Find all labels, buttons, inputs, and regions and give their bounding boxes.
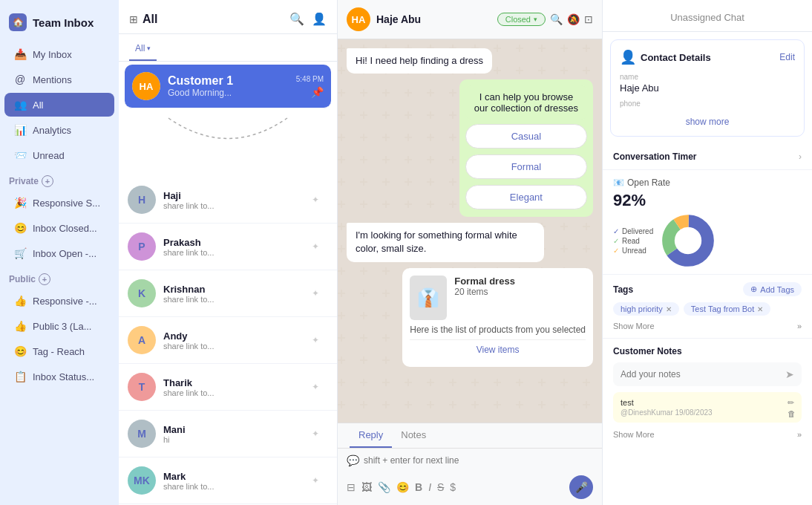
chat-item-time: 5:48 PM — [296, 75, 324, 83]
contact-show-more[interactable]: show more — [620, 114, 795, 127]
sidebar-item-label: Public 3 (La... — [33, 321, 92, 332]
star-icon: ✦ — [312, 241, 319, 252]
avatar-prakash: P — [128, 232, 156, 261]
more-icon[interactable]: ⊡ — [584, 13, 593, 25]
bold-icon[interactable]: B — [415, 481, 422, 493]
public-add-button[interactable]: + — [39, 273, 50, 285]
tag-high-priority: high priority ✕ — [613, 302, 679, 316]
chat-item-prakash[interactable]: P Prakash share link to... ✦ — [119, 224, 337, 270]
chat-item-content: Customer 1 Good Morning... — [168, 74, 289, 98]
add-tags-button[interactable]: ⊕ Add Tags — [743, 282, 802, 296]
status-badge[interactable]: Closed ▾ — [497, 13, 546, 26]
search-chat-icon[interactable]: 🔍 — [550, 13, 563, 25]
private-add-button[interactable]: + — [42, 175, 53, 187]
tags-show-more-arrow: » — [797, 322, 802, 330]
chat-input-area: Reply Notes 💬 ⊟ 🖼 📎 😊 B I S $ 🎤 — [338, 423, 602, 505]
chat-contact-name: Haje Abu — [376, 13, 421, 25]
chat-item-preview: share link to... — [163, 201, 313, 210]
format-icon[interactable]: ⊟ — [347, 481, 356, 493]
conversation-timer-section: Conversation Timer › — [603, 144, 812, 170]
strikethrough-icon[interactable]: S — [437, 481, 444, 493]
open-rate-chart — [662, 215, 714, 267]
contact-details-header: 👤 Contact Details Edit — [620, 49, 795, 65]
mute-icon[interactable]: 🔕 — [567, 13, 580, 25]
image-icon[interactable]: 🖼 — [361, 481, 372, 493]
tab-notes[interactable]: Notes — [392, 423, 435, 448]
contact-edit-button[interactable]: Edit — [779, 52, 795, 62]
notes-show-more-arrow: » — [797, 430, 802, 439]
email-icon: 📧 — [613, 177, 624, 188]
sidebar-item-all[interactable]: 👥 All — [4, 93, 114, 117]
chat-item-customer1[interactable]: HA Customer 1 Good Morning... 5:48 PM 📌 — [125, 65, 331, 108]
chat-item-name: Prakash — [163, 237, 313, 248]
sidebar-item-label: Inbox Status... — [33, 371, 94, 382]
tags-show-more[interactable]: Show More » — [613, 322, 802, 330]
chat-item-haji[interactable]: H Haji share link to... ✦ — [119, 177, 337, 224]
chat-item-preview: share link to... — [163, 482, 313, 491]
chat-item-content: Haji share link to... — [163, 190, 313, 210]
option-elegant[interactable]: Elegant — [465, 185, 587, 209]
sidebar-item-inbox-open[interactable]: 🛒 Inbox Open -... — [4, 241, 114, 265]
contact-phone-field: phone — [620, 100, 795, 108]
contact-person-icon: 👤 — [620, 49, 636, 65]
filter-icon[interactable]: 👤 — [312, 12, 327, 26]
sidebar-item-my-inbox[interactable]: 📥 My Inbox — [4, 42, 114, 66]
notes-input[interactable] — [621, 369, 781, 379]
separator — [119, 111, 337, 177]
option-formal[interactable]: Formal — [465, 154, 587, 179]
chat-item-krishnan[interactable]: K Krishnan share link to... ✦ — [119, 270, 337, 317]
pin-icon: 📌 — [311, 86, 324, 98]
star-icon: ✦ — [312, 429, 319, 439]
tags-list: high priority ✕ Test Tag from Bot ✕ — [613, 302, 802, 316]
inbox-closed-icon: 😊 — [13, 222, 27, 234]
tag-remove-priority[interactable]: ✕ — [666, 305, 672, 313]
attach-icon[interactable]: 📎 — [378, 481, 390, 493]
send-button[interactable]: 🎤 — [569, 475, 593, 499]
avatar-mani: M — [128, 420, 156, 448]
chat-item-preview: share link to... — [163, 295, 313, 304]
sidebar-item-mentions[interactable]: @ Mentions — [4, 68, 114, 91]
chat-item-tharik[interactable]: T Tharik share link to... ✦ — [119, 364, 337, 411]
chat-item-preview: hi — [163, 435, 313, 444]
sidebar-item-inbox-closed[interactable]: 😊 Inbox Closed... — [4, 216, 114, 240]
avatar-mark: MK — [128, 466, 156, 495]
chat-item-name: Haji — [163, 190, 313, 201]
sidebar-item-public3[interactable]: 👍 Public 3 (La... — [4, 314, 114, 338]
sidebar-item-responsive-s[interactable]: 🎉 Responsive S... — [4, 191, 114, 215]
chat-item-preview: share link to... — [163, 342, 313, 351]
tag-remove-bot[interactable]: ✕ — [757, 305, 763, 313]
chat-item-mark[interactable]: MK Mark share link to... ✦ — [119, 457, 337, 504]
notes-show-more[interactable]: Show More » — [613, 427, 802, 439]
conversation-timer-header: Conversation Timer › — [613, 152, 802, 162]
tab-all[interactable]: All ▾ — [129, 40, 157, 61]
chat-item-andy[interactable]: A Andy share link to... ✦ — [119, 317, 337, 364]
avatar-andy: A — [128, 326, 156, 354]
sidebar-item-inbox-status[interactable]: 📋 Inbox Status... — [4, 365, 114, 388]
check-read: ✓ — [613, 237, 619, 245]
sidebar-item-responsive[interactable]: 👍 Responsive -... — [4, 289, 114, 313]
sidebar-header-icon: 🏠 — [9, 13, 27, 31]
note-delete-icon[interactable]: 🗑 — [788, 408, 796, 417]
chat-item-mani[interactable]: M Mani hi ✦ — [119, 411, 337, 457]
chat-panel: HA Haje Abu Closed ▾ 🔍 🔕 ⊡ Hi! I need he… — [338, 0, 602, 505]
italic-icon[interactable]: I — [428, 481, 431, 493]
tab-reply[interactable]: Reply — [350, 423, 392, 448]
sidebar-item-analytics[interactable]: 📊 Analytics — [4, 118, 114, 142]
view-items-link[interactable]: View items — [410, 339, 586, 359]
chat-input[interactable] — [364, 455, 593, 466]
chat-item-name: Customer 1 — [168, 74, 289, 88]
contact-details-card: 👤 Contact Details Edit name Haje Abu pho… — [610, 39, 805, 137]
note-edit-icon[interactable]: ✏ — [788, 397, 796, 407]
sidebar-item-tag-reach[interactable]: 😊 Tag - Reach — [4, 339, 114, 363]
whatsapp-icon: 💬 — [347, 454, 359, 466]
status-arrow-icon: ▾ — [534, 16, 537, 23]
dollar-icon[interactable]: $ — [450, 481, 456, 493]
sidebar-item-unread[interactable]: 📨 Unread — [4, 143, 114, 167]
option-casual[interactable]: Casual — [465, 124, 587, 149]
contact-name-value: Haje Abu — [620, 82, 795, 94]
note-actions: ✏ 🗑 — [788, 397, 796, 417]
notes-send-icon[interactable]: ➤ — [785, 368, 794, 380]
emoji-icon[interactable]: 😊 — [396, 481, 409, 493]
chat-messages: Hi! I need help finding a dress I can he… — [338, 39, 602, 423]
search-icon[interactable]: 🔍 — [289, 12, 304, 26]
